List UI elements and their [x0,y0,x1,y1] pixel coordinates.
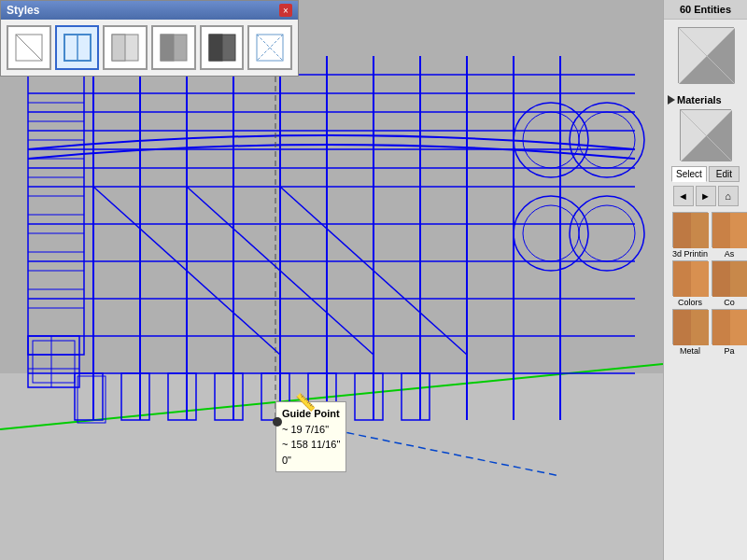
style-swatch-hidden-line[interactable] [55,25,100,70]
material-thumb-3d-printing [672,212,708,247]
nav-forward-button[interactable]: ► [696,186,716,206]
styles-panel-title: Styles [7,4,39,17]
style-swatch-shaded-textured[interactable] [151,25,196,70]
triangle-icon [668,95,675,105]
tape-measure-icon: 📏 [295,392,316,413]
style-swatch-wireframe[interactable] [7,25,51,70]
nav-row: ◄ ► ⌂ [668,184,743,208]
wireframe-view [0,0,663,560]
material-label-3d-printing: 3d Printin [671,249,709,259]
material-thumb-metal [672,309,708,344]
material-thumb-colors [672,260,708,296]
material-label-colors: Colors [671,298,709,307]
materials-header-label: Materials [677,94,722,105]
style-swatch-shaded[interactable] [103,25,148,70]
svg-rect-90 [673,261,691,297]
style-swatch-xray[interactable] [247,25,292,70]
svg-rect-88 [712,213,730,248]
material-thumb-co [712,260,747,296]
nav-back-button[interactable]: ◄ [673,186,694,206]
styles-panel-close-button[interactable]: × [279,4,292,17]
material-item-colors[interactable]: Colors [671,260,709,307]
svg-rect-71 [112,35,125,61]
material-label-metal: Metal [671,346,709,356]
svg-rect-73 [161,35,174,61]
material-item-as[interactable]: As [711,212,747,259]
svg-rect-86 [673,213,691,248]
nav-home-button[interactable]: ⌂ [718,186,739,206]
material-tabs: Select Edit [668,164,743,184]
tab-edit[interactable]: Edit [709,166,740,182]
material-label-as: As [711,249,747,259]
main-container: Styles × [0,0,747,560]
material-grid: 3d Printin As [668,208,743,359]
material-thumb-as [712,212,747,247]
material-item-pa[interactable]: Pa [711,309,747,356]
styles-panel-titlebar: Styles × [1,1,298,20]
material-label-pa: Pa [711,346,747,356]
svg-rect-75 [209,35,222,61]
material-item-metal[interactable]: Metal [671,309,709,356]
entities-header: 60 Entities [664,0,747,20]
right-panel: 60 Entities Materials [663,0,747,560]
svg-rect-94 [673,310,691,345]
tab-select[interactable]: Select [671,166,707,182]
svg-rect-92 [712,261,730,297]
material-item-3d-printing[interactable]: 3d Printin [671,212,709,259]
styles-panel: Styles × [0,0,299,77]
material-preview-medium [680,109,731,161]
styles-panel-body [1,20,298,76]
materials-header: Materials [668,94,743,105]
material-label-co: Co [711,298,747,307]
svg-rect-96 [712,310,730,345]
style-swatch-monochrome[interactable] [200,25,245,70]
material-item-co[interactable]: Co [711,260,747,307]
material-preview-large [678,27,734,83]
svg-line-67 [16,35,42,61]
material-thumb-pa [712,309,747,344]
guide-point-dot [273,417,282,427]
materials-section: Materials Select Edit ◄ ► ⌂ [664,91,747,363]
viewport[interactable]: Styles × [0,0,663,560]
svg-rect-1 [0,373,663,560]
